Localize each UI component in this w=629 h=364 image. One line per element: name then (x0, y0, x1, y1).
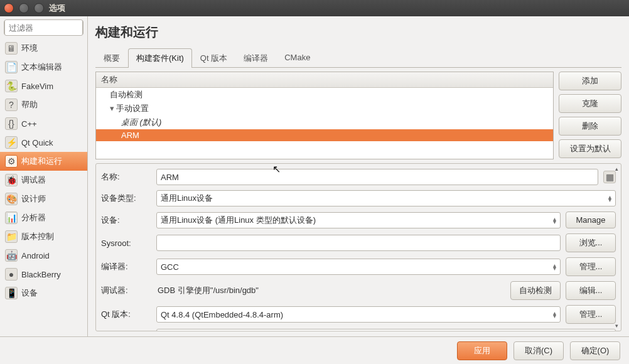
sidebar-item-label: 环境 (21, 43, 38, 54)
tab-4[interactable]: CMake (276, 48, 318, 68)
sidebar-item-4[interactable]: {}C++ (0, 114, 87, 133)
window-title: 选项 (49, 3, 65, 14)
sidebar-item-label: Android (21, 251, 50, 260)
minimize-icon[interactable] (19, 3, 29, 13)
manage-qtver-button[interactable]: 管理... (566, 305, 616, 324)
name-input[interactable] (156, 169, 598, 185)
sidebar: 🖥环境📄文本编辑器🐍FakeVim?帮助{}C++⚡Qt Quick⚙构建和运行… (0, 16, 88, 336)
scroll-down-icon[interactable]: ▾ (613, 322, 620, 329)
sidebar-icon: 📄 (5, 61, 18, 73)
sidebar-item-label: 设计师 (21, 193, 46, 205)
sidebar-item-3[interactable]: ?帮助 (0, 95, 87, 114)
sidebar-item-12[interactable]: ●BlackBerry (0, 265, 87, 284)
sidebar-item-label: 构建和运行 (21, 156, 62, 167)
debugger-label: 调试器: (101, 285, 151, 296)
edit-debugger-button[interactable]: 编辑... (566, 281, 616, 300)
sidebar-item-9[interactable]: 📊分析器 (0, 208, 87, 227)
tab-0[interactable]: 概要 (95, 48, 128, 68)
sidebar-item-7[interactable]: 🐞调试器 (0, 171, 87, 190)
footer: 应用 取消(C) 确定(O) (0, 336, 629, 364)
sidebar-item-label: 调试器 (21, 174, 46, 186)
sidebar-item-label: 版本控制 (21, 231, 54, 242)
browse-button[interactable]: 浏览... (566, 233, 616, 252)
device-combo[interactable]: 通用Linux设备 (通用Linux 类型的默认设备)▴▾ (156, 212, 561, 228)
clone-button[interactable]: 克隆 (559, 94, 621, 113)
sidebar-item-11[interactable]: 🤖Android (0, 246, 87, 265)
apply-button[interactable]: 应用 (457, 341, 507, 360)
sidebar-item-8[interactable]: 🎨设计师 (0, 190, 87, 208)
sidebar-icon: 🖥 (5, 42, 18, 55)
maximize-icon[interactable] (34, 3, 44, 13)
filter-input-wrap[interactable] (4, 20, 83, 35)
sidebar-icon: ? (5, 99, 18, 111)
scroll-gutter[interactable]: ▴ ▾ (612, 164, 621, 331)
sidebar-item-label: FakeVim (21, 82, 53, 91)
mkspec-input[interactable] (156, 329, 616, 331)
sidebar-item-6[interactable]: ⚙构建和运行 (0, 152, 87, 171)
tree-header: 名称 (96, 72, 553, 88)
sidebar-item-5[interactable]: ⚡Qt Quick (0, 133, 87, 152)
compiler-combo[interactable]: GCC▴▾ (156, 259, 561, 275)
sidebar-item-label: 帮助 (21, 99, 38, 110)
sidebar-icon: 📊 (5, 211, 18, 224)
debugger-value: GDB 引擎使用"/usr/bin/gdb" (156, 282, 505, 299)
compiler-label: 编译器: (101, 261, 151, 272)
device-label: 设备: (101, 215, 151, 226)
manage-device-button[interactable]: Manage (566, 211, 616, 228)
sidebar-icon: 🐍 (5, 80, 18, 92)
chevron-down-icon[interactable]: ▾ (110, 104, 116, 113)
tree-desktop[interactable]: 桌面 (默认) (96, 115, 553, 129)
set-default-button[interactable]: 设置为默认 (559, 139, 621, 158)
manage-compiler-button[interactable]: 管理... (566, 257, 616, 276)
autodetect-button[interactable]: 自动检测 (510, 281, 561, 300)
sysroot-label: Sysroot: (101, 238, 151, 248)
sidebar-item-label: 设备 (21, 287, 38, 299)
sidebar-icon: ● (5, 268, 18, 281)
chevron-updown-icon: ▴▾ (553, 217, 556, 223)
sysroot-input[interactable] (156, 235, 561, 251)
sidebar-item-label: C++ (21, 119, 37, 129)
sidebar-item-10[interactable]: 📁版本控制 (0, 227, 87, 246)
sidebar-item-1[interactable]: 📄文本编辑器 (0, 58, 87, 77)
kit-tree[interactable]: 名称 自动检测 ▾手动设置 桌面 (默认) ARM (95, 72, 554, 159)
sidebar-item-label: 分析器 (21, 212, 46, 223)
tree-arm[interactable]: ARM (96, 129, 553, 141)
sidebar-item-0[interactable]: 🖥环境 (0, 39, 87, 58)
tree-manual[interactable]: ▾手动设置 (96, 102, 553, 115)
qtver-label: Qt 版本: (101, 309, 151, 320)
sidebar-icon: 🐞 (5, 174, 18, 186)
sidebar-item-label: Qt Quick (21, 138, 53, 147)
chevron-updown-icon: ▴▾ (553, 311, 556, 318)
filter-input[interactable] (4, 19, 83, 36)
devtype-label: 设备类型: (101, 193, 151, 204)
tab-2[interactable]: Qt 版本 (192, 48, 235, 68)
ok-button[interactable]: 确定(O) (570, 341, 620, 360)
sidebar-icon: {} (5, 117, 18, 130)
sidebar-item-13[interactable]: 📱设备 (0, 284, 87, 302)
sidebar-icon: 📁 (5, 230, 18, 243)
sidebar-item-label: 文本编辑器 (21, 62, 62, 73)
sidebar-item-label: BlackBerry (21, 270, 61, 279)
tabs: 概要构建套件(Kit)Qt 版本编译器CMake (95, 48, 621, 68)
scroll-up-icon[interactable]: ▴ (613, 165, 620, 173)
sidebar-icon: 📱 (5, 287, 18, 299)
add-button[interactable]: 添加 (559, 72, 621, 90)
chevron-updown-icon: ▴▾ (553, 264, 556, 270)
titlebar: 选项 (0, 0, 629, 16)
sidebar-icon: ⚡ (5, 136, 18, 149)
tab-3[interactable]: 编译器 (235, 48, 276, 68)
tree-auto[interactable]: 自动检测 (96, 88, 553, 102)
sidebar-icon: 🤖 (5, 249, 18, 262)
chevron-updown-icon: ▴▾ (608, 195, 611, 201)
sidebar-icon: ⚙ (5, 155, 18, 168)
sidebar-icon: 🎨 (5, 193, 18, 205)
form-area: ▴ ▾ 名称: ▦ 设备类型: 通用Linux设备▴▾ 设备: 通用Linux设… (95, 163, 621, 331)
close-icon[interactable] (4, 3, 14, 13)
cancel-button[interactable]: 取消(C) (513, 341, 564, 360)
sidebar-item-2[interactable]: 🐍FakeVim (0, 77, 87, 95)
qtver-combo[interactable]: Qt 4.8.4 (QtEmbedded-4.8.4-arm)▴▾ (156, 306, 561, 323)
tab-1[interactable]: 构建套件(Kit) (128, 48, 192, 68)
devtype-combo[interactable]: 通用Linux设备▴▾ (156, 190, 616, 206)
remove-button[interactable]: 删除 (559, 117, 621, 136)
name-label: 名称: (101, 171, 151, 183)
